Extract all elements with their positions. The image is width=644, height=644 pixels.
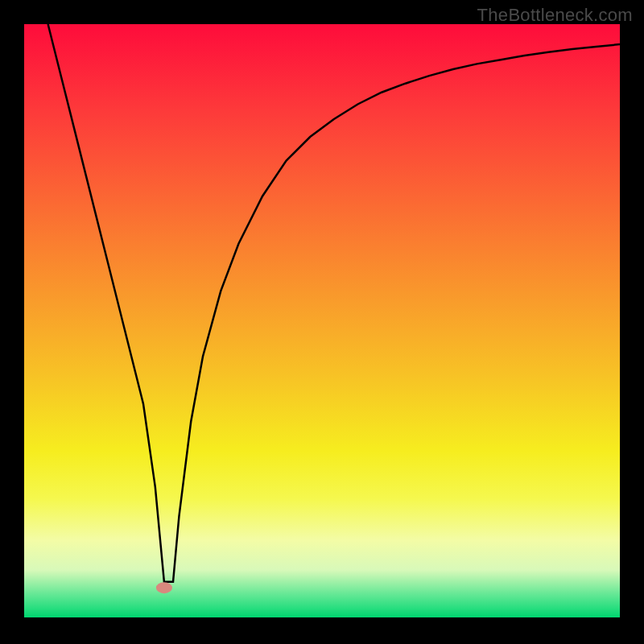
chart-container: TheBottleneck.com: [0, 0, 644, 644]
chart-svg: [0, 0, 644, 644]
watermark-text: TheBottleneck.com: [477, 5, 633, 26]
gradient-background: [24, 24, 620, 617]
marker-dot: [156, 582, 172, 593]
